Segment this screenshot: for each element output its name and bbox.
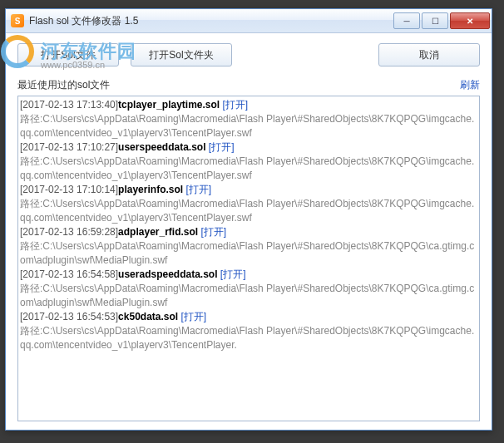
list-item: [2017-02-13 17:10:14]playerinfo.sol [打开]: [20, 183, 477, 197]
maximize-button[interactable]: ☐: [422, 12, 448, 29]
path-line: 路径:C:\Users\cs\AppData\Roaming\Macromedi…: [20, 112, 477, 140]
list-item: [2017-02-13 16:54:53]ck50data.sol [打开]: [20, 310, 477, 324]
cancel-button[interactable]: 取消: [378, 43, 480, 66]
path-line: 路径:C:\Users\cs\AppData\Roaming\Macromedi…: [20, 197, 477, 225]
filename: playerinfo.sol: [118, 184, 183, 195]
open-link[interactable]: [打开]: [181, 311, 207, 322]
open-link[interactable]: [打开]: [185, 184, 211, 195]
filename: useradspeeddata.sol: [118, 268, 217, 280]
path-value: C:\Users\cs\AppData\Roaming\Macromedia\F…: [20, 325, 474, 351]
path-value: C:\Users\cs\AppData\Roaming\Macromedia\F…: [20, 198, 474, 224]
toolbar: 打开Sol文件 打开Sol文件夹 取消: [17, 43, 480, 66]
timestamp: [2017-02-13 17:10:27]: [20, 141, 118, 153]
open-link[interactable]: [打开]: [209, 141, 235, 153]
timestamp: [2017-02-13 16:54:58]: [20, 268, 118, 280]
recent-files-scroll[interactable]: [2017-02-13 17:13:40]tcplayer_playtime.s…: [18, 96, 479, 421]
window-controls: ─ ☐ ✕: [393, 12, 490, 29]
app-icon: S: [11, 14, 24, 27]
open-sol-folder-button[interactable]: 打开Sol文件夹: [131, 43, 232, 66]
timestamp: [2017-02-13 17:13:40]: [20, 99, 118, 111]
path-line: 路径:C:\Users\cs\AppData\Roaming\Macromedi…: [20, 324, 477, 352]
open-link[interactable]: [打开]: [201, 226, 227, 238]
timestamp: [2017-02-13 16:59:28]: [20, 226, 118, 238]
path-value: C:\Users\cs\AppData\Roaming\Macromedia\F…: [20, 113, 474, 139]
open-sol-file-button[interactable]: 打开Sol文件: [17, 43, 119, 66]
titlebar[interactable]: S Flash sol 文件修改器 1.5 ─ ☐ ✕: [6, 9, 492, 33]
filename: ck50data.sol: [118, 311, 178, 322]
recent-header: 最近使用过的sol文件 刷新: [17, 78, 480, 92]
list-item: [2017-02-13 16:59:28]adplayer_rfid.sol […: [20, 225, 477, 239]
path-prefix: 路径:: [20, 325, 42, 337]
list-item: [2017-02-13 17:13:40]tcplayer_playtime.s…: [20, 98, 477, 112]
open-link[interactable]: [打开]: [220, 268, 246, 280]
list-item: [2017-02-13 16:54:58]useradspeeddata.sol…: [20, 268, 477, 282]
minimize-button[interactable]: ─: [393, 12, 420, 29]
filename: tcplayer_playtime.sol: [118, 99, 220, 111]
path-value: C:\Users\cs\AppData\Roaming\Macromedia\F…: [20, 240, 474, 266]
list-item: [2017-02-13 17:10:27]userspeeddata.sol […: [20, 140, 477, 155]
path-value: C:\Users\cs\AppData\Roaming\Macromedia\F…: [20, 283, 474, 308]
path-prefix: 路径:: [20, 198, 42, 209]
window-title: Flash sol 文件修改器 1.5: [29, 14, 393, 28]
refresh-link[interactable]: 刷新: [460, 78, 480, 92]
timestamp: [2017-02-13 17:10:14]: [20, 184, 118, 195]
filename: adplayer_rfid.sol: [118, 226, 198, 238]
path-line: 路径:C:\Users\cs\AppData\Roaming\Macromedi…: [20, 282, 477, 310]
path-prefix: 路径:: [20, 240, 42, 252]
timestamp: [2017-02-13 16:54:53]: [20, 311, 118, 322]
path-prefix: 路径:: [20, 155, 42, 167]
path-line: 路径:C:\Users\cs\AppData\Roaming\Macromedi…: [20, 155, 477, 183]
recent-files-list: [2017-02-13 17:13:40]tcplayer_playtime.s…: [17, 96, 480, 421]
path-value: C:\Users\cs\AppData\Roaming\Macromedia\F…: [20, 155, 474, 181]
main-window: S Flash sol 文件修改器 1.5 ─ ☐ ✕ 河东软件园 www.pc…: [5, 8, 492, 431]
recent-label: 最近使用过的sol文件: [17, 78, 110, 92]
filename: userspeeddata.sol: [118, 141, 205, 153]
close-button[interactable]: ✕: [450, 12, 490, 29]
path-prefix: 路径:: [20, 113, 42, 125]
open-link[interactable]: [打开]: [223, 99, 249, 111]
content-area: 河东软件园 www.pc0359.cn 打开Sol文件 打开Sol文件夹 取消 …: [6, 33, 492, 430]
path-line: 路径:C:\Users\cs\AppData\Roaming\Macromedi…: [20, 239, 477, 268]
path-prefix: 路径:: [20, 283, 42, 294]
